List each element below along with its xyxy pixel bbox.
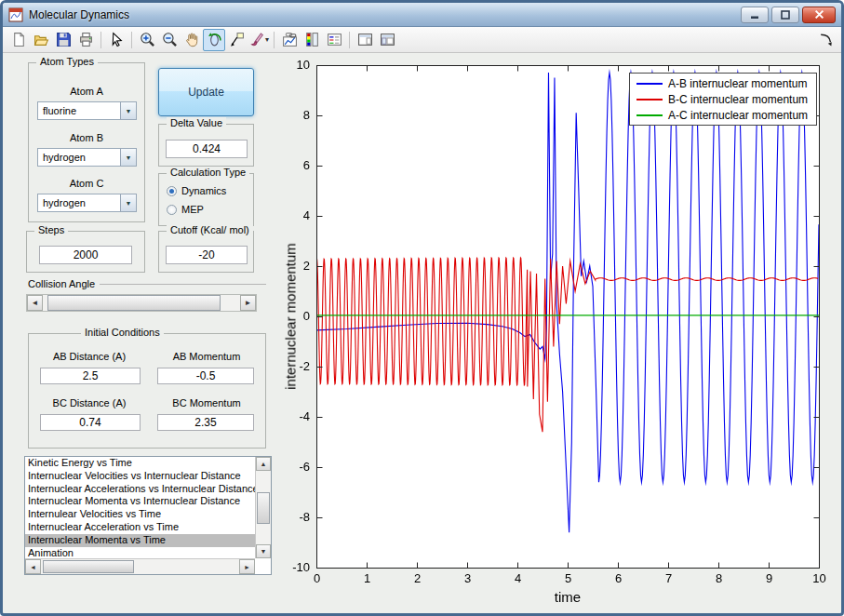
plot-canvas[interactable] <box>279 53 841 613</box>
legend[interactable]: A-B internuclear momentumB-C internuclea… <box>629 73 817 126</box>
vertical-scroll-thumb[interactable] <box>257 492 270 524</box>
print-figure-button[interactable] <box>74 29 97 51</box>
brush-data-button[interactable]: ▾ <box>248 29 270 51</box>
rotate-3d-button[interactable] <box>203 29 225 51</box>
listbox-horizontal-scrollbar[interactable]: ◄ ► <box>25 558 255 574</box>
atom-c-select[interactable]: hydrogen ▼ <box>37 194 137 212</box>
list-item[interactable]: Internuclear Accelerations vs Internucle… <box>25 483 255 496</box>
list-item[interactable]: Internuclear Acceleration vs Time <box>25 521 255 534</box>
legend-label: A-B internuclear momentum <box>668 77 807 90</box>
cutoff-field[interactable]: -20 <box>166 246 248 264</box>
insert-colorbar-button[interactable] <box>301 29 323 51</box>
edit-plot-button[interactable] <box>105 29 127 51</box>
slider-right-arrow-icon[interactable]: ► <box>240 295 256 311</box>
steps-panel: Steps 2000 <box>26 231 145 273</box>
maximize-icon <box>781 7 790 23</box>
list-item[interactable]: Animation <box>25 547 255 558</box>
insert-colorbar-icon <box>304 32 320 47</box>
scroll-left-icon[interactable]: ◄ <box>25 559 41 574</box>
window-controls <box>741 7 836 23</box>
list-item[interactable]: Internuclear Velocities vs Internuclear … <box>25 470 255 483</box>
insert-legend-button[interactable] <box>323 29 345 51</box>
x-axis-label: time <box>555 589 581 605</box>
app-window: Molecular Dynamics ▾ Atom Types Atom A f… <box>0 0 844 616</box>
maximize-button[interactable] <box>771 7 799 23</box>
scroll-up-icon[interactable]: ▲ <box>256 457 271 471</box>
hide-plot-tools-button[interactable] <box>354 29 376 51</box>
legend-entry: A-C internuclear momentum <box>630 107 816 123</box>
minimize-icon <box>750 7 759 23</box>
list-item[interactable]: Internulear Velocities vs Time <box>25 508 255 521</box>
radio-dynamics[interactable]: Dynamics <box>167 185 226 196</box>
update-button-label: Update <box>188 86 224 99</box>
radio-dynamics-label: Dynamics <box>181 185 226 196</box>
atom-types-panel: Atom Types Atom A fluorine ▼ Atom B hydr… <box>28 62 145 222</box>
toolbar-separator <box>349 32 350 48</box>
toolbar-separator <box>100 32 101 48</box>
app-icon <box>8 7 23 22</box>
calculation-type-title: Calculation Type <box>167 167 249 178</box>
legend-label: B-C internuclear momentum <box>668 93 808 106</box>
chevron-down-icon[interactable]: ▼ <box>120 149 136 166</box>
ab-momentum-field[interactable]: -0.5 <box>157 368 254 384</box>
minimize-button[interactable] <box>741 7 769 23</box>
radio-mep-icon[interactable] <box>167 205 177 215</box>
legend-entry: B-C internuclear momentum <box>630 91 816 107</box>
cutoff-panel: Cutoff (Kcal/ mol) -20 <box>158 231 254 273</box>
zoom-out-button[interactable] <box>158 29 181 51</box>
atom-b-select[interactable]: hydrogen ▼ <box>37 148 137 167</box>
calculation-type-panel: Calculation Type Dynamics MEP <box>158 173 254 226</box>
insert-legend-icon <box>327 32 342 47</box>
pan-button[interactable] <box>181 29 203 51</box>
radio-mep-label: MEP <box>181 204 204 215</box>
titlebar[interactable]: Molecular Dynamics <box>3 3 841 27</box>
show-plot-tools-button[interactable] <box>376 29 398 51</box>
plot-area: time internuclear momentum A-B internucl… <box>279 53 841 613</box>
data-cursor-button[interactable] <box>225 29 248 51</box>
chevron-down-icon[interactable]: ▾ <box>265 35 269 44</box>
close-button[interactable] <box>802 7 836 23</box>
hide-plot-tools-icon <box>357 32 373 47</box>
steps-field[interactable]: 2000 <box>39 246 132 264</box>
zoom-in-button[interactable] <box>136 29 158 51</box>
horizontal-scroll-thumb[interactable] <box>43 560 134 573</box>
steps-title: Steps <box>34 224 68 235</box>
link-plot-button[interactable] <box>278 29 301 51</box>
collision-angle-slider[interactable]: ◄ ► <box>26 294 257 312</box>
atom-b-value: hydrogen <box>38 149 120 166</box>
y-axis-label: internuclear momentum <box>283 243 299 390</box>
slider-thumb[interactable] <box>47 295 221 311</box>
bc-momentum-field[interactable]: 2.35 <box>157 414 254 431</box>
dock-figure-button[interactable] <box>814 29 837 51</box>
legend-line-sample <box>636 114 663 116</box>
legend-label: A-C internuclear momentum <box>668 109 808 122</box>
open-file-button[interactable] <box>30 29 52 51</box>
atom-a-select[interactable]: fluorine ▼ <box>37 101 137 120</box>
slider-left-arrow-icon[interactable]: ◄ <box>27 295 43 311</box>
toolbar-separator <box>131 32 132 48</box>
rotate-3d-icon <box>207 32 222 47</box>
list-item[interactable]: Internuclear Momenta vs Internuclear Dis… <box>25 495 255 508</box>
atom-types-title: Atom Types <box>36 56 98 67</box>
chevron-down-icon[interactable]: ▼ <box>120 194 136 211</box>
delta-value-field[interactable]: 0.424 <box>166 140 248 158</box>
save-figure-button[interactable] <box>52 29 74 51</box>
open-file-icon <box>33 32 49 47</box>
scroll-down-icon[interactable]: ▼ <box>256 544 271 558</box>
listbox-vertical-scrollbar[interactable]: ▲ ▼ <box>255 457 271 558</box>
radio-dynamics-icon[interactable] <box>167 186 177 196</box>
scroll-right-icon[interactable]: ► <box>239 559 255 574</box>
ab-distance-field[interactable]: 2.5 <box>40 368 141 384</box>
chevron-down-icon[interactable]: ▼ <box>120 102 136 119</box>
initial-conditions-panel: Initial Conditions AB Distance (A) AB Mo… <box>28 333 266 449</box>
bc-distance-field[interactable]: 0.74 <box>40 414 141 431</box>
list-item[interactable]: Internuclear Momenta vs Time <box>25 534 255 547</box>
bc-distance-label: BC Distance (A) <box>33 397 146 408</box>
new-figure-button[interactable] <box>7 29 30 51</box>
list-item[interactable]: Kinetic Energy vs Time <box>25 457 255 470</box>
radio-mep[interactable]: MEP <box>167 204 204 215</box>
atom-a-value: fluorine <box>38 102 120 119</box>
pan-hand-icon <box>184 32 200 47</box>
bc-momentum-label: BC Momentum <box>150 397 263 408</box>
update-button[interactable]: Update <box>158 68 254 116</box>
